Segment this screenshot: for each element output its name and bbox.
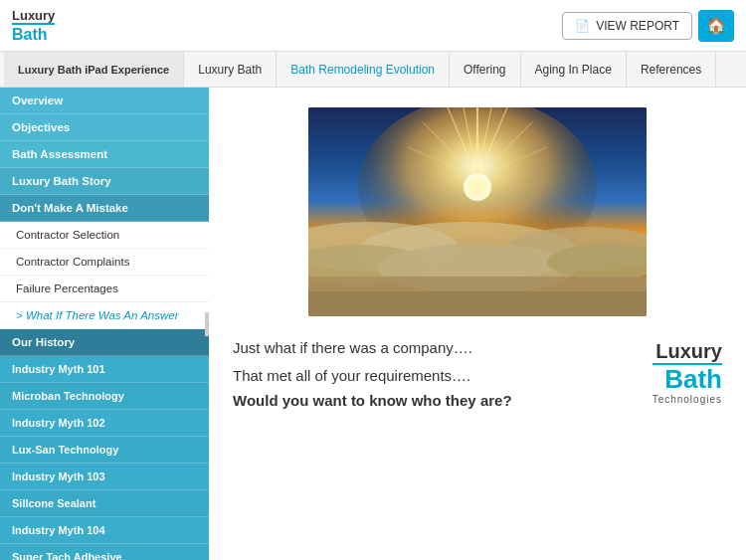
svg-rect-20 (308, 291, 647, 316)
content-area: Just what if there was a company…. That … (209, 88, 746, 560)
sidebar-item-what-if-answer[interactable]: > What If There Was An Answer (0, 302, 209, 329)
sidebar-collapse-button[interactable]: ◀ (205, 312, 209, 336)
sidebar-item-our-history[interactable]: Our History (0, 329, 209, 356)
sidebar-item-luxury-bath-story[interactable]: Luxury Bath Story (0, 168, 209, 195)
logo-luxury: Luxury (12, 8, 55, 23)
home-button[interactable]: 🏠 (698, 10, 734, 42)
sidebar-item-overview[interactable]: Overview (0, 88, 209, 114)
tab-bath-remodeling[interactable]: Bath Remodeling Evolution (277, 52, 450, 87)
sidebar-item-super-tach-adhesive[interactable]: Super Tach Adhesive (0, 544, 209, 560)
sunrise-svg (308, 107, 647, 316)
content-bottom: Just what if there was a company…. That … (233, 336, 722, 409)
tab-aging-in-place[interactable]: Aging In Place (521, 52, 627, 87)
sidebar-item-industry-myth-103[interactable]: Industry Myth 103 (0, 464, 209, 490)
content-logo: Luxury Bath Technologies (653, 340, 722, 405)
nav-tabs: Luxury Bath iPad Experience Luxury Bath … (0, 52, 746, 88)
tab-ipad-experience[interactable]: Luxury Bath iPad Experience (4, 52, 184, 87)
sidebar-item-industry-myth-102[interactable]: Industry Myth 102 (0, 410, 209, 437)
content-image (308, 107, 647, 316)
header-actions: 📄 VIEW REPORT 🏠 (562, 10, 734, 42)
tab-offering[interactable]: Offering (450, 52, 520, 87)
sidebar-item-dont-make-mistake[interactable]: Don't Make A Mistake (0, 195, 209, 222)
sidebar-item-objectives[interactable]: Objectives (0, 114, 209, 141)
lb-logo-technologies: Technologies (653, 394, 722, 405)
lb-logo-luxury: Luxury (653, 340, 722, 363)
content-line-bold: Would you want to know who they are? (233, 392, 512, 409)
logo-bath: Bath (12, 23, 55, 44)
header: Luxury Bath 📄 VIEW REPORT 🏠 (0, 0, 746, 52)
view-report-button[interactable]: 📄 VIEW REPORT (562, 12, 692, 40)
content-line2: That met all of your requirements…. (233, 364, 512, 388)
sidebar: Overview Objectives Bath Assessment Luxu… (0, 88, 209, 560)
sidebar-item-industry-myth-104[interactable]: Industry Myth 104 (0, 517, 209, 544)
sidebar-item-microban-technology[interactable]: Microban Technology (0, 383, 209, 410)
sidebar-item-industry-myth-101[interactable]: Industry Myth 101 (0, 356, 209, 383)
content-line1: Just what if there was a company…. (233, 336, 512, 360)
sidebar-item-silicone-sealant[interactable]: Sillcone Sealant (0, 490, 209, 517)
tab-luxury-bath[interactable]: Luxury Bath (184, 52, 277, 87)
sidebar-item-contractor-selection[interactable]: Contractor Selection (0, 222, 209, 249)
lb-logo-bath: Bath (653, 363, 722, 394)
content-text-block: Just what if there was a company…. That … (233, 336, 512, 409)
main-layout: Overview Objectives Bath Assessment Luxu… (0, 88, 746, 560)
home-icon: 🏠 (706, 16, 726, 35)
sidebar-item-lux-san-technology[interactable]: Lux-San Technology (0, 437, 209, 464)
sidebar-item-failure-percentages[interactable]: Failure Percentages (0, 276, 209, 302)
sidebar-item-contractor-complaints[interactable]: Contractor Complaints (0, 249, 209, 276)
tab-references[interactable]: References (627, 52, 716, 87)
view-report-label: VIEW REPORT (596, 19, 679, 33)
svg-point-12 (467, 177, 487, 197)
logo: Luxury Bath (12, 8, 55, 44)
report-icon: 📄 (575, 19, 590, 33)
sidebar-item-bath-assessment[interactable]: Bath Assessment (0, 141, 209, 168)
